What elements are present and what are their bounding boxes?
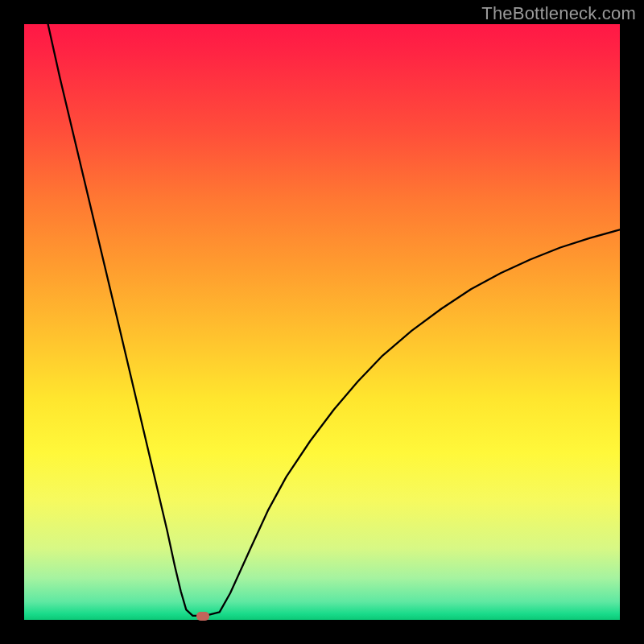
plot-area [24,24,620,620]
watermark-label: TheBottleneck.com [481,3,636,24]
chart-container: TheBottleneck.com [0,0,644,644]
optimum-marker [196,612,209,621]
curve-svg [24,24,620,620]
bottleneck-curve [48,24,620,616]
